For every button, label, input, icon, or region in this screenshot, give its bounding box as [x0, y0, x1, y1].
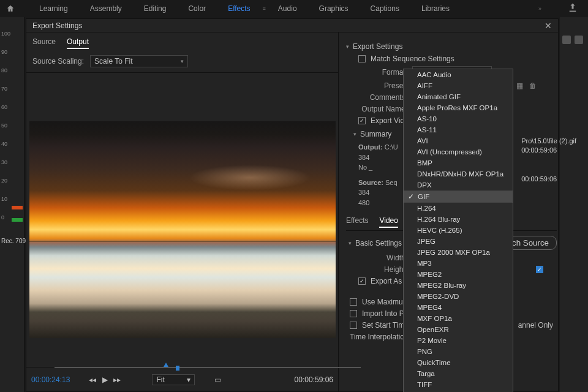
source-scaling-dropdown[interactable]: Scale To Fit ▾ — [90, 55, 188, 67]
format-option[interactable]: MXF OP1a — [404, 313, 513, 324]
close-icon[interactable]: ✕ — [545, 21, 552, 31]
format-option[interactable]: JPEG 2000 MXF OP1a — [404, 247, 513, 258]
tab-libraries[interactable]: Libraries — [410, 1, 461, 17]
format-option[interactable]: Targa — [404, 368, 513, 379]
chevron-down-icon: ▾ — [187, 375, 190, 384]
preview-panel: Source Output Source Scaling: Scale To F… — [26, 32, 339, 391]
tab-learning[interactable]: Learning — [28, 1, 79, 17]
subtab-effects[interactable]: Effects — [346, 216, 368, 228]
format-option[interactable]: AS-11 — [404, 124, 513, 135]
export-settings-dialog: Export Settings ✕ Source Output Source S… — [26, 18, 559, 392]
play-icon[interactable]: ▶ — [100, 375, 109, 384]
use-max-render-checkbox[interactable] — [350, 298, 357, 306]
playhead-icon[interactable] — [176, 366, 179, 371]
subtab-video[interactable]: Video — [379, 216, 398, 228]
timeline-scrubber[interactable] — [55, 360, 361, 371]
format-option[interactable]: DNxHR/DNxHD MXF OP1a — [404, 168, 513, 179]
format-option[interactable]: BMP — [404, 157, 513, 168]
bg-right-panel — [560, 17, 588, 392]
format-option[interactable]: MPEG2 Blu-ray — [404, 280, 513, 291]
panel-icon-3[interactable] — [575, 36, 583, 44]
import-preset-icon[interactable]: ▦ — [515, 81, 524, 90]
tab-audio[interactable]: Audio — [267, 1, 308, 17]
time-interpolation-label: Time Interpolation: — [350, 333, 410, 341]
format-option[interactable]: DPX — [404, 179, 513, 190]
import-into-project-checkbox[interactable] — [350, 310, 357, 317]
chevron-down-icon: ▾ — [353, 131, 356, 137]
tab-editing[interactable]: Editing — [133, 1, 178, 17]
zoom-dropdown[interactable]: Fit ▾ — [152, 374, 195, 385]
format-option[interactable]: H.264 — [404, 203, 513, 214]
overflow-icon[interactable]: » — [537, 6, 543, 12]
format-option[interactable]: MPEG4 — [404, 302, 513, 313]
format-option[interactable]: AIFF — [404, 80, 513, 91]
format-option[interactable]: Apple ProRes MXF OP1a — [404, 102, 513, 113]
format-option[interactable]: HEVC (H.265) — [404, 225, 513, 236]
width-label: Width: — [346, 254, 407, 262]
tab-output[interactable]: Output — [67, 37, 89, 49]
dialog-title: Export Settings — [32, 21, 82, 30]
preview-tabs: Source Output — [26, 32, 338, 53]
set-start-timecode-checkbox[interactable] — [350, 322, 357, 329]
format-option[interactable]: TIFF — [404, 379, 513, 390]
zoom-value: Fit — [156, 375, 164, 384]
aspect-icon[interactable]: ▭ — [213, 375, 222, 384]
tab-color[interactable]: Color — [177, 1, 217, 17]
tab-effects-menu-icon[interactable]: ≡ — [262, 6, 267, 12]
panel-icon-2[interactable] — [562, 36, 571, 44]
format-option[interactable]: GIF — [404, 190, 513, 203]
chevron-down-icon: ▾ — [349, 240, 352, 246]
format-option[interactable]: AAC Audio — [404, 69, 513, 80]
tab-captions[interactable]: Captions — [360, 1, 410, 17]
export-as-sequence-checkbox[interactable] — [358, 277, 366, 285]
format-option[interactable]: MPEG2-DVD — [404, 291, 513, 302]
scope-label: Rec. 709 — [1, 238, 26, 244]
home-icon[interactable] — [5, 3, 16, 14]
playback-bar: 00:00:24:13 ◂◂ ▶ ▸▸ Fit ▾ ▭ 00:00:59:06 — [26, 367, 338, 391]
export-video-checkbox[interactable] — [358, 117, 366, 124]
format-option[interactable]: JPEG — [404, 236, 513, 247]
dialog-title-bar: Export Settings ✕ — [26, 19, 558, 32]
format-option[interactable]: MP3 — [404, 258, 513, 269]
delete-preset-icon[interactable]: 🗑 — [529, 81, 537, 90]
share-icon[interactable] — [567, 2, 583, 15]
format-option[interactable]: AVI — [404, 135, 513, 146]
step-back-icon[interactable]: ◂◂ — [88, 375, 97, 384]
output-name-label: Output Name: — [346, 105, 407, 113]
format-option[interactable]: PNG — [404, 346, 513, 357]
format-option[interactable]: MPEG2 — [404, 269, 513, 280]
source-scaling-label: Source Scaling: — [32, 57, 84, 66]
tab-graphics[interactable]: Graphics — [308, 1, 360, 17]
timecode-out: 00:00:59:06 — [295, 375, 333, 384]
format-option[interactable]: Animated GIF — [404, 91, 513, 102]
preset-label: Preset: — [346, 81, 407, 90]
tab-source[interactable]: Source — [32, 37, 56, 49]
chevron-down-icon: ▾ — [346, 43, 349, 50]
export-settings-section[interactable]: ▾ Export Settings — [346, 42, 557, 51]
tab-effects[interactable]: Effects — [217, 1, 261, 17]
format-option[interactable]: QuickTime — [404, 357, 513, 368]
format-option[interactable]: H.264 Blu-ray — [404, 214, 513, 225]
format-option[interactable]: AVI (Uncompressed) — [404, 146, 513, 157]
channel-tail-label: annel Only — [518, 321, 553, 330]
tab-assembly[interactable]: Assembly — [79, 1, 133, 17]
scope-stripe-2 — [12, 218, 23, 222]
format-option[interactable]: OpenEXR — [404, 324, 513, 335]
step-fwd-icon[interactable]: ▸▸ — [113, 375, 121, 384]
source-scaling-value: Scale To Fit — [94, 57, 132, 66]
settings-panel: ▾ Export Settings Match Sequence Setting… — [339, 32, 558, 391]
chevron-down-icon: ▾ — [181, 58, 184, 64]
match-sequence-checkbox[interactable] — [358, 55, 366, 62]
link-dimensions-checkbox[interactable] — [536, 266, 543, 273]
timecode-in[interactable]: 00:00:24:13 — [31, 375, 70, 384]
workspace-tabs: Learning Assembly Editing Color Effects … — [0, 0, 588, 17]
format-option[interactable]: AS-10 — [404, 113, 513, 124]
scope-stripe-1 — [12, 206, 23, 209]
video-preview[interactable] — [29, 121, 336, 338]
in-marker-icon[interactable] — [164, 362, 168, 367]
summary-tail: Pro\15.0\file (2).gif 00:00:59:06 00:00:… — [521, 137, 576, 184]
format-label: Format: — [346, 68, 407, 77]
format-option[interactable]: P2 Movie — [404, 335, 513, 346]
scope-ruler: 10090 8070 6050 4030 2010 0 — [0, 31, 11, 251]
format-dropdown-list[interactable]: AAC AudioAIFFAnimated GIFApple ProRes MX… — [403, 69, 513, 392]
